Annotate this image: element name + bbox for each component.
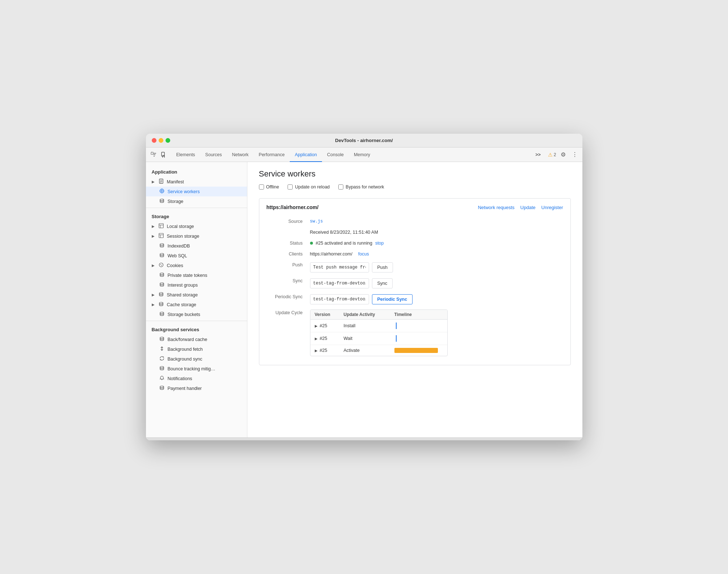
- svg-point-34: [160, 337, 164, 338]
- uc-timeline-activate: [390, 345, 447, 356]
- tab-sources[interactable]: Sources: [200, 148, 227, 162]
- push-input[interactable]: [310, 262, 369, 273]
- tab-console[interactable]: Console: [322, 148, 349, 162]
- tab-elements[interactable]: Elements: [171, 148, 200, 162]
- sidebar-item-payment-handler[interactable]: Payment handler: [146, 383, 247, 393]
- update-on-reload-checkbox-label[interactable]: Update on reload: [288, 184, 330, 190]
- sidebar-item-web-sql[interactable]: Web SQL: [146, 251, 247, 261]
- session-storage-icon: [158, 233, 164, 239]
- svg-point-29: [160, 273, 164, 274]
- title-bar: DevTools - airhorner.com/: [146, 134, 582, 147]
- sidebar-item-manifest[interactable]: ▶ Manifest: [146, 177, 247, 187]
- sidebar-section-storage: Storage: [146, 209, 247, 221]
- sidebar-item-interest-groups[interactable]: Interest groups: [146, 280, 247, 290]
- inspect-icon[interactable]: [149, 150, 158, 159]
- push-button[interactable]: Push: [372, 262, 393, 273]
- periodic-sync-input[interactable]: [310, 294, 369, 304]
- uc-row-activate: ▶ #25 Activate: [310, 345, 447, 356]
- push-label: Push: [267, 259, 310, 275]
- status-label: Status: [267, 238, 310, 249]
- svg-point-28: [162, 264, 162, 265]
- uc-install-arrow[interactable]: ▶: [315, 324, 318, 328]
- sidebar-item-storage-app[interactable]: Storage: [146, 196, 247, 206]
- toolbar-right: >> ⚠ 2 ⚙ ⋮: [530, 150, 579, 159]
- sidebar-item-session-storage[interactable]: ▶ Session storage: [146, 231, 247, 241]
- more-tabs-btn[interactable]: >>: [530, 152, 546, 158]
- uc-wait-arrow[interactable]: ▶: [315, 337, 318, 341]
- sidebar-item-indexeddb[interactable]: IndexedDB: [146, 241, 247, 251]
- bypass-for-network-checkbox[interactable]: [338, 184, 343, 190]
- sidebar-item-bounce-tracking[interactable]: Bounce tracking mitig…: [146, 364, 247, 374]
- sidebar-section-application: Application: [146, 165, 247, 177]
- sidebar-indexeddb-label: IndexedDB: [168, 244, 190, 249]
- cache-storage-icon: [158, 301, 164, 308]
- sidebar-item-back-forward-cache[interactable]: Back/forward cache: [146, 334, 247, 344]
- offline-label: Offline: [266, 184, 279, 190]
- sidebar-storage-app-label: Storage: [168, 199, 184, 204]
- unregister-link[interactable]: Unregister: [541, 205, 563, 210]
- tab-memory[interactable]: Memory: [349, 148, 375, 162]
- bypass-for-network-checkbox-label[interactable]: Bypass for network: [338, 184, 384, 190]
- source-link[interactable]: sw.js: [310, 219, 323, 224]
- offline-checkbox-label[interactable]: Offline: [259, 184, 279, 190]
- periodic-sync-button[interactable]: Periodic Sync: [372, 294, 413, 304]
- divider-1: [146, 208, 247, 208]
- clients-label: Clients: [267, 249, 310, 259]
- sidebar-item-storage-buckets[interactable]: Storage buckets: [146, 309, 247, 319]
- sync-button[interactable]: Sync: [372, 278, 393, 288]
- sidebar-item-private-state-tokens[interactable]: Private state tokens: [146, 270, 247, 280]
- uc-timeline-wait: [390, 332, 447, 345]
- sidebar-item-background-sync[interactable]: Background sync: [146, 354, 247, 364]
- horizontal-scrollbar[interactable]: [146, 437, 582, 440]
- divider-2: [146, 321, 247, 321]
- timeline-line-wait: [396, 335, 397, 342]
- network-requests-link[interactable]: Network requests: [478, 205, 514, 210]
- offline-checkbox[interactable]: [259, 184, 264, 190]
- notifications-icon: [159, 375, 165, 382]
- back-forward-cache-icon: [159, 336, 165, 342]
- sidebar-item-notifications[interactable]: Notifications: [146, 374, 247, 383]
- sidebar-item-cache-storage[interactable]: ▶ Cache storage: [146, 300, 247, 309]
- more-button[interactable]: ⋮: [570, 150, 580, 159]
- content-area: Application ▶ Manifest Service workers: [146, 162, 582, 437]
- warning-badge[interactable]: ⚠ 2: [548, 152, 556, 158]
- periodic-sync-value: Periodic Sync: [310, 291, 563, 307]
- sidebar-section-background-services: Background services: [146, 323, 247, 334]
- sw-url: https://airhorner.com/: [267, 204, 319, 210]
- stop-link[interactable]: stop: [375, 241, 384, 246]
- tab-performance[interactable]: Performance: [254, 148, 290, 162]
- status-text: #25 activated and is running: [316, 241, 372, 246]
- service-workers-icon: [159, 188, 165, 195]
- update-link[interactable]: Update: [520, 205, 536, 210]
- tab-network[interactable]: Network: [227, 148, 254, 162]
- device-toolbar-icon[interactable]: [159, 150, 168, 159]
- focus-link[interactable]: focus: [358, 251, 369, 257]
- sidebar-item-cookies[interactable]: ▶ Cookies: [146, 261, 247, 270]
- sidebar-storage-buckets-label: Storage buckets: [168, 312, 200, 317]
- svg-rect-20: [159, 233, 163, 238]
- interest-groups-icon: [159, 282, 165, 288]
- sync-input[interactable]: [310, 278, 369, 288]
- update-on-reload-checkbox[interactable]: [288, 184, 293, 190]
- sidebar-item-background-fetch[interactable]: Background fetch: [146, 344, 247, 354]
- sidebar-web-sql-label: Web SQL: [168, 253, 187, 258]
- sidebar-item-local-storage[interactable]: ▶ Local storage: [146, 221, 247, 231]
- uc-install-version: #25: [320, 323, 327, 328]
- close-button[interactable]: [152, 138, 156, 143]
- uc-activate-arrow[interactable]: ▶: [315, 349, 318, 353]
- svg-point-38: [160, 386, 164, 387]
- web-sql-icon: [159, 253, 165, 259]
- manifest-icon: [158, 179, 164, 185]
- clients-value: https://airhorner.com/ focus: [310, 249, 563, 259]
- uc-version-activate: ▶ #25: [310, 345, 339, 356]
- sidebar-shared-storage-label: Shared storage: [167, 292, 198, 298]
- devtools-window: DevTools - airhorner.com/ Elements: [146, 134, 582, 440]
- maximize-button[interactable]: [166, 138, 170, 143]
- settings-button[interactable]: ⚙: [558, 150, 568, 159]
- sw-url-row: https://airhorner.com/ Network requests …: [267, 204, 563, 210]
- bypass-for-network-label: Bypass for network: [346, 184, 384, 190]
- tab-application[interactable]: Application: [290, 148, 322, 162]
- minimize-button[interactable]: [159, 138, 163, 143]
- sidebar-item-shared-storage[interactable]: ▶ Shared storage: [146, 290, 247, 300]
- sidebar-item-service-workers[interactable]: Service workers: [146, 187, 247, 196]
